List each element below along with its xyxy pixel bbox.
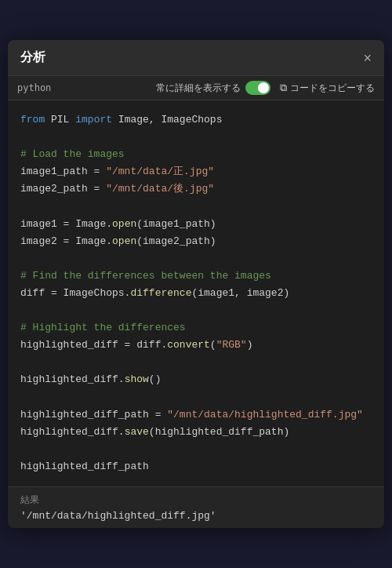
result-label: 結果 <box>20 493 372 507</box>
result-section: 結果 '/mnt/data/highlighted_diff.jpg' <box>8 486 384 528</box>
code-line: highlighted_diff = diff.convert("RGB") <box>20 337 372 354</box>
always-details-label: 常に詳細を表示する <box>156 82 241 95</box>
copy-label: コードをコピーする <box>290 82 375 95</box>
toolbar: python 常に詳細を表示する ⧉ コードをコピーする <box>8 76 384 100</box>
dialog-title: 分析 <box>20 49 45 66</box>
toggle-switch[interactable] <box>245 81 270 95</box>
toggle-knob <box>258 82 269 93</box>
language-badge: python <box>17 82 51 93</box>
result-value: '/mnt/data/highlighted_diff.jpg' <box>20 510 372 522</box>
code-line: # Find the differences between the image… <box>20 268 372 285</box>
code-line: image1_path = "/mnt/data/正.jpg" <box>20 163 372 180</box>
code-line: highlighted_diff_path <box>20 458 372 475</box>
code-line: highlighted_diff_path = "/mnt/data/highl… <box>20 406 372 424</box>
dialog-header: 分析 × <box>8 40 384 76</box>
code-line: from PIL import Image, ImageChops <box>20 111 372 129</box>
code-line <box>20 354 372 371</box>
code-line: image1 = Image.open(image1_path) <box>20 216 372 233</box>
code-line: # Load the images <box>20 146 372 163</box>
code-line <box>20 441 372 458</box>
code-line: highlighted_diff.save(highlighted_diff_p… <box>20 424 372 441</box>
code-line: # Highlight the differences <box>20 319 372 337</box>
always-details-toggle[interactable]: 常に詳細を表示する <box>156 81 270 95</box>
code-line <box>20 389 372 406</box>
code-line <box>20 250 372 268</box>
code-line: diff = ImageChops.difference(image1, ima… <box>20 285 372 302</box>
code-line <box>20 198 372 215</box>
code-line: image2 = Image.open(image2_path) <box>20 233 372 250</box>
analysis-dialog: 分析 × python 常に詳細を表示する ⧉ コードをコピーする from P… <box>8 40 384 528</box>
code-area: from PIL import Image, ImageChops # Load… <box>8 100 384 486</box>
close-button[interactable]: × <box>363 51 372 65</box>
code-line <box>20 302 372 319</box>
code-line: image2_path = "/mnt/data/後.jpg" <box>20 180 372 198</box>
copy-icon: ⧉ <box>280 82 287 94</box>
code-line <box>20 129 372 146</box>
toolbar-right: 常に詳細を表示する ⧉ コードをコピーする <box>156 81 375 95</box>
code-line: highlighted_diff.show() <box>20 371 372 388</box>
copy-code-button[interactable]: ⧉ コードをコピーする <box>280 82 375 95</box>
